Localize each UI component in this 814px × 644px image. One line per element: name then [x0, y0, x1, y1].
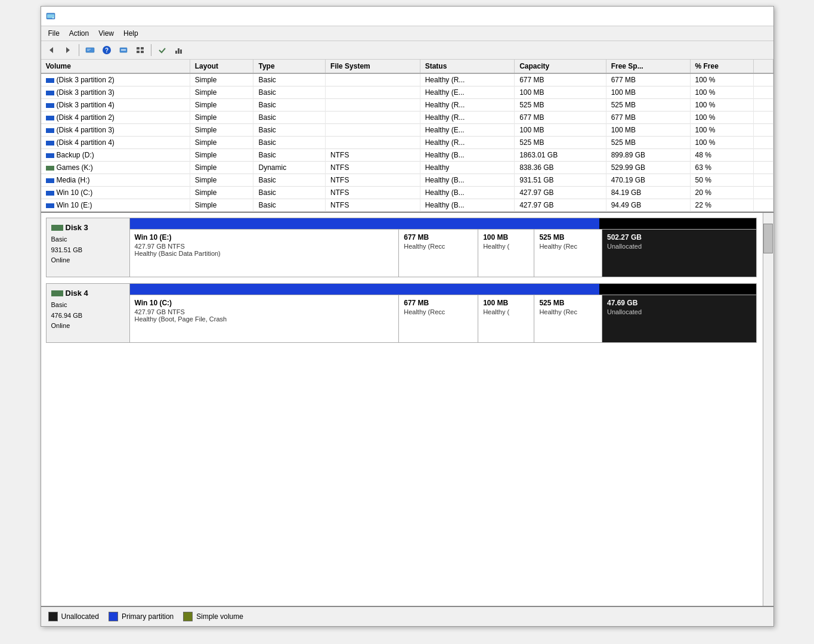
cell-volume: (Disk 3 partition 4)	[41, 99, 190, 112]
partition-cell-0-4[interactable]: 502.27 GB Unallocated	[602, 229, 756, 277]
table-row[interactable]: (Disk 4 partition 3) Simple Basic Health…	[41, 124, 773, 137]
minimize-button[interactable]	[714, 10, 731, 22]
svg-rect-15	[141, 51, 144, 53]
partition-cell-1-3[interactable]: 525 MB Healthy (Rec	[534, 295, 602, 342]
cell-status: Healthy (R...	[420, 99, 515, 112]
disk-view-button[interactable]	[82, 43, 98, 57]
legend-unallocated-box	[48, 612, 58, 621]
cell-fs	[326, 99, 420, 112]
partition-name-0-1: 677 MB	[404, 233, 473, 242]
col-freespace: Free Sp...	[606, 60, 690, 73]
svg-point-2	[52, 17, 54, 18]
table-row[interactable]: Win 10 (E:) Simple Basic NTFS Healthy (B…	[41, 199, 773, 212]
cell-type: Basic	[253, 73, 326, 86]
cell-type: Basic	[253, 149, 326, 162]
cell-layout: Simple	[190, 124, 253, 137]
partition-cell-0-2[interactable]: 100 MB Healthy (	[478, 229, 534, 277]
app-icon	[46, 11, 55, 21]
table-row[interactable]: Win 10 (C:) Simple Basic NTFS Healthy (B…	[41, 187, 773, 199]
cell-fs: NTFS	[326, 187, 420, 199]
legend-primary-box	[109, 612, 118, 621]
cell-status: Healthy (E...	[420, 124, 515, 137]
table-row[interactable]: (Disk 4 partition 4) Simple Basic Health…	[41, 137, 773, 149]
cell-fs: NTFS	[326, 199, 420, 212]
cell-fs	[326, 137, 420, 149]
table-header-row: Volume Layout Type File System Status Ca…	[41, 60, 773, 73]
scrollbar[interactable]	[763, 213, 773, 606]
table-row[interactable]: (Disk 4 partition 2) Simple Basic Health…	[41, 112, 773, 124]
cell-type: Basic	[253, 187, 326, 199]
legend-unallocated: Unallocated	[48, 612, 99, 621]
back-button[interactable]	[44, 43, 59, 57]
partition-size-0-0: 427.97 GB NTFS	[135, 243, 394, 250]
partition-status-1-1: Healthy (Recc	[404, 308, 473, 315]
cell-extra	[754, 73, 773, 86]
partition-cell-0-3[interactable]: 525 MB Healthy (Rec	[534, 229, 602, 277]
scrollbar-thumb[interactable]	[763, 224, 773, 253]
cell-fs	[326, 86, 420, 99]
legend-simple-box	[183, 612, 193, 621]
cell-status: Healthy (B...	[420, 174, 515, 187]
disk-title-1: Disk 4	[66, 289, 88, 298]
partition-cell-1-4[interactable]: 47.69 GB Unallocated	[602, 295, 756, 342]
menu-file[interactable]: File	[44, 27, 64, 39]
partition-cell-1-1[interactable]: 677 MB Healthy (Recc	[399, 295, 478, 342]
partition-cell-1-0[interactable]: Win 10 (C:) 427.97 GB NTFS Healthy (Boot…	[130, 295, 400, 342]
disk-row-1: Disk 4 Basic476.94 GBOnline Win 10 (C:) …	[46, 283, 757, 343]
table-row[interactable]: Media (H:) Simple Basic NTFS Healthy (B.…	[41, 174, 773, 187]
partition-status-0-1: Healthy (Recc	[404, 243, 473, 250]
partition-name-1-3: 525 MB	[539, 299, 597, 307]
partition-cell-0-1[interactable]: 677 MB Healthy (Recc	[399, 229, 478, 277]
cell-pct: 100 %	[690, 73, 754, 86]
maximize-button[interactable]	[733, 10, 750, 22]
table-row[interactable]: (Disk 3 partition 3) Simple Basic Health…	[41, 86, 773, 99]
partitions-row-0: Win 10 (E:) 427.97 GB NTFS Healthy (Basi…	[130, 229, 756, 277]
cell-capacity: 525 MB	[515, 137, 606, 149]
chart-button[interactable]	[171, 43, 187, 57]
legend-unallocated-label: Unallocated	[61, 612, 99, 621]
settings-button[interactable]	[132, 43, 148, 57]
check-button[interactable]	[154, 43, 170, 57]
cell-pct: 100 %	[690, 112, 754, 124]
cell-layout: Simple	[190, 149, 253, 162]
table-row[interactable]: (Disk 3 partition 2) Simple Basic Health…	[41, 73, 773, 86]
properties-button[interactable]	[116, 43, 131, 57]
partition-cell-0-0[interactable]: Win 10 (E:) 427.97 GB NTFS Healthy (Basi…	[130, 229, 400, 277]
forward-button[interactable]	[60, 43, 76, 57]
cell-status: Healthy (R...	[420, 112, 515, 124]
cell-layout: Simple	[190, 174, 253, 187]
partition-name-1-1: 677 MB	[404, 299, 473, 307]
cell-extra	[754, 124, 773, 137]
cell-layout: Simple	[190, 112, 253, 124]
cell-free: 677 MB	[606, 73, 690, 86]
volume-table-area[interactable]: Volume Layout Type File System Status Ca…	[41, 60, 773, 213]
close-button[interactable]	[752, 10, 769, 22]
bar-seg-0-2	[487, 218, 537, 229]
partition-status-0-4: Unallocated	[607, 243, 751, 250]
cell-fs: NTFS	[326, 174, 420, 187]
legend-simple: Simple volume	[183, 612, 243, 621]
table-row[interactable]: Backup (D:) Simple Basic NTFS Healthy (B…	[41, 149, 773, 162]
partition-cell-1-2[interactable]: 100 MB Healthy (	[478, 295, 534, 342]
menu-view[interactable]: View	[94, 27, 119, 39]
cell-layout: Simple	[190, 162, 253, 174]
menu-action[interactable]: Action	[64, 27, 94, 39]
partition-size-1-0: 427.97 GB NTFS	[135, 308, 394, 315]
cell-layout: Simple	[190, 99, 253, 112]
cell-extra	[754, 174, 773, 187]
col-status: Status	[420, 60, 515, 73]
cell-free: 677 MB	[606, 112, 690, 124]
menu-help[interactable]: Help	[119, 27, 143, 39]
table-row[interactable]: (Disk 3 partition 4) Simple Basic Health…	[41, 99, 773, 112]
cell-fs	[326, 73, 420, 86]
help-button[interactable]: ?	[99, 43, 114, 57]
disk-bar-1	[130, 284, 756, 295]
svg-rect-6	[87, 49, 91, 49]
cell-type: Dynamic	[253, 162, 326, 174]
disk-name-1: Disk 4	[51, 289, 125, 298]
table-row[interactable]: Games (K:) Simple Dynamic NTFS Healthy 8…	[41, 162, 773, 174]
cell-volume: Win 10 (C:)	[41, 187, 190, 199]
cell-capacity: 677 MB	[515, 73, 606, 86]
cell-extra	[754, 149, 773, 162]
cell-type: Basic	[253, 99, 326, 112]
